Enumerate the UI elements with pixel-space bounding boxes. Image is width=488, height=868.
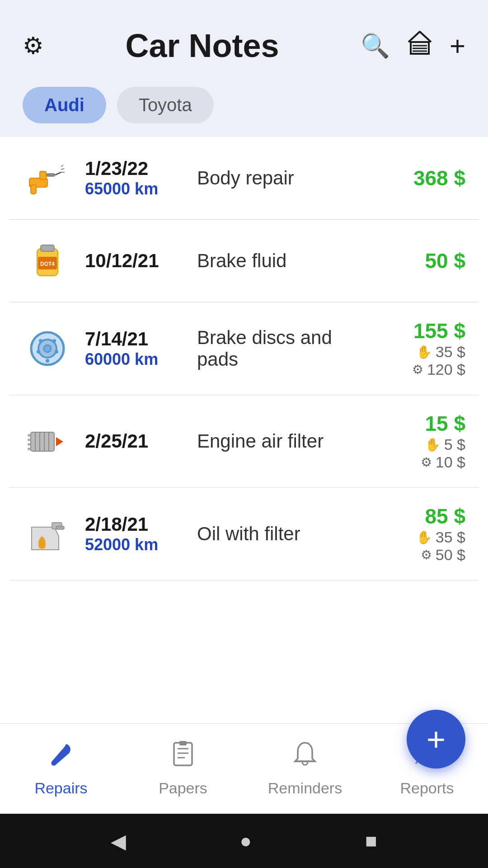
header: ⚙ Car Notes 🔍 + [0, 0, 488, 78]
repair-icon-spray [23, 153, 72, 203]
cost-total: 15 $ [375, 411, 465, 436]
repair-cost-block: 50 $ [375, 249, 465, 273]
repair-item[interactable]: DOT4 10/12/21 Brake fluid 50 $ [9, 220, 479, 302]
cost-detail-parts: ⚙ 50 $ [375, 546, 465, 564]
repair-date-block: 7/14/21 60000 km [85, 328, 184, 369]
cost-detail-parts: ⚙ 120 $ [375, 361, 465, 378]
cost-total: 50 $ [375, 249, 465, 273]
repair-cost-block: 15 $ ✋ 5 $ ⚙ 10 $ [375, 411, 465, 471]
repair-item[interactable]: 2/18/21 52000 km Oil with filter 85 $ ✋ … [9, 488, 479, 580]
nav-item-reminders[interactable]: Reminders [244, 724, 366, 814]
gear-icon: ⚙ [421, 455, 432, 470]
svg-marker-29 [56, 437, 63, 446]
gear-icon: ⚙ [412, 362, 423, 377]
repair-icon-oil [23, 509, 72, 559]
nav-label-reminders: Reminders [268, 779, 342, 797]
hand-icon: ✋ [416, 344, 432, 359]
svg-point-33 [28, 448, 30, 450]
svg-line-7 [55, 172, 61, 175]
nav-label-papers: Papers [159, 779, 207, 797]
svg-rect-6 [46, 173, 55, 177]
tab-toyota[interactable]: Toyota [117, 87, 214, 123]
add-icon[interactable]: + [450, 30, 465, 61]
home-button[interactable]: ● [239, 830, 252, 852]
nav-item-papers[interactable]: Papers [122, 724, 244, 814]
svg-rect-11 [31, 185, 36, 194]
cost-total: 85 $ [375, 504, 465, 528]
repair-cost-block: 368 $ [375, 166, 465, 190]
svg-rect-38 [174, 743, 192, 765]
repairs-list: 1/23/22 65000 km Body repair 368 $ DOT4 [0, 137, 488, 723]
cost-detail-labor: ✋ 35 $ [375, 528, 465, 546]
garage-icon[interactable] [406, 29, 433, 62]
repair-cost-block: 85 $ ✋ 35 $ ⚙ 50 $ [375, 504, 465, 564]
repair-cost-block: 155 $ ✋ 35 $ ⚙ 120 $ [375, 319, 465, 378]
repair-date: 2/25/21 [85, 430, 184, 452]
cost-total: 368 $ [375, 166, 465, 190]
cost-detail-labor: ✋ 5 $ [375, 436, 465, 453]
svg-line-8 [61, 165, 63, 167]
repair-name: Brake fluid [197, 250, 362, 272]
svg-rect-36 [56, 526, 64, 529]
repair-date: 10/12/21 [85, 250, 184, 272]
android-navbar: ◀ ● ■ [0, 814, 488, 868]
tab-audi[interactable]: Audi [23, 87, 106, 123]
repair-name: Body repair [197, 167, 362, 189]
cost-detail-parts: ⚙ 10 $ [375, 453, 465, 471]
header-actions: 🔍 + [361, 29, 465, 62]
repair-date-block: 2/18/21 52000 km [85, 514, 184, 554]
repair-date: 2/18/21 [85, 514, 184, 535]
repair-name: Engine air filter [197, 430, 362, 452]
repair-name: Oil with filter [197, 523, 362, 545]
repair-item[interactable]: 7/14/21 60000 km Brake discs and pads 15… [9, 302, 479, 395]
main-content: 1/23/22 65000 km Body repair 368 $ DOT4 [0, 137, 488, 814]
hand-icon: ✋ [416, 530, 432, 545]
svg-rect-13 [41, 245, 54, 251]
cost-detail-labor: ✋ 35 $ [375, 343, 465, 361]
nav-label-reports: Reports [400, 779, 454, 797]
car-tabs: Audi Toyota [0, 78, 488, 137]
repair-date: 1/23/22 [85, 158, 184, 179]
add-repair-fab[interactable]: + [407, 710, 465, 769]
nav-item-repairs[interactable]: Repairs [0, 724, 122, 814]
svg-point-31 [28, 439, 30, 441]
svg-point-21 [37, 350, 40, 354]
svg-text:DOT4: DOT4 [40, 261, 55, 267]
repair-name: Brake discs and pads [197, 327, 362, 370]
repair-date-block: 10/12/21 [85, 250, 184, 272]
svg-point-23 [46, 359, 49, 363]
nav-label-repairs: Repairs [34, 779, 87, 797]
repair-date: 7/14/21 [85, 328, 184, 350]
page-title: Car Notes [44, 27, 361, 64]
gear-icon: ⚙ [421, 547, 432, 562]
repair-km: 60000 km [85, 350, 184, 369]
back-button[interactable]: ◀ [111, 830, 126, 853]
settings-icon[interactable]: ⚙ [23, 32, 44, 59]
repair-icon-fluid: DOT4 [23, 236, 72, 286]
repair-km: 52000 km [85, 535, 184, 554]
repair-item[interactable]: 2/25/21 Engine air filter 15 $ ✋ 5 $ ⚙ 1… [9, 395, 479, 488]
repair-date-block: 2/25/21 [85, 430, 184, 452]
repair-km: 65000 km [85, 179, 184, 198]
svg-point-30 [28, 434, 30, 437]
repair-icon-brake [23, 324, 72, 373]
fab-plus-icon: + [427, 723, 446, 755]
repair-item[interactable]: 1/23/22 65000 km Body repair 368 $ [9, 137, 479, 220]
hand-icon: ✋ [425, 437, 441, 452]
repair-date-block: 1/23/22 65000 km [85, 158, 184, 198]
svg-rect-24 [31, 432, 54, 451]
svg-point-18 [44, 345, 51, 352]
cost-total: 155 $ [375, 319, 465, 343]
search-icon[interactable]: 🔍 [361, 32, 390, 60]
svg-point-20 [52, 339, 56, 343]
svg-point-19 [39, 339, 42, 343]
svg-rect-5 [40, 171, 46, 179]
svg-line-9 [61, 169, 64, 170]
recent-button[interactable]: ■ [365, 830, 377, 852]
wrench-icon [47, 741, 75, 774]
bell-icon [291, 741, 319, 774]
papers-icon [169, 741, 197, 774]
svg-point-37 [52, 761, 56, 765]
svg-point-22 [55, 350, 58, 354]
repair-icon-filter [23, 416, 72, 466]
